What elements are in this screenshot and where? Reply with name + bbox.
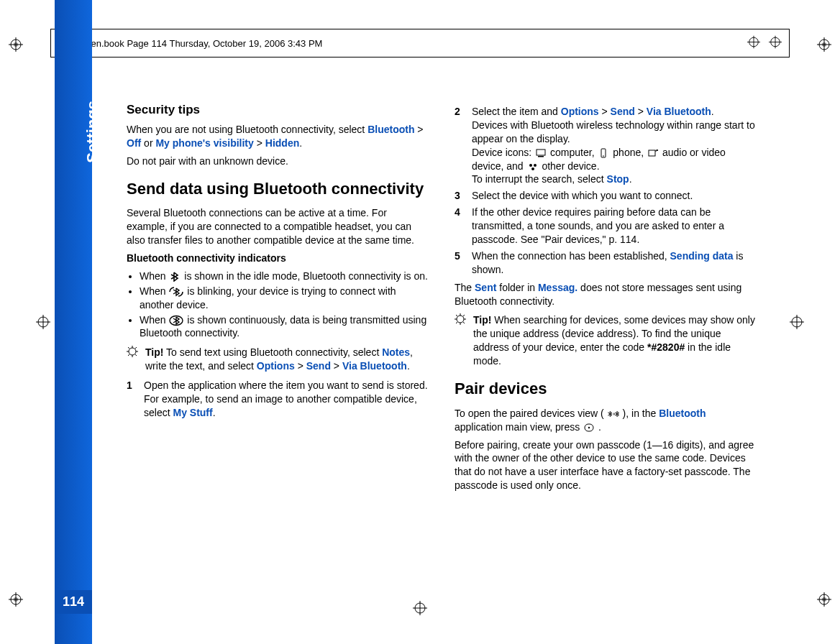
- paragraph: Before pairing, create your own passcode…: [455, 438, 757, 493]
- link-notes: Notes: [382, 346, 410, 358]
- link-options: Options: [257, 360, 295, 372]
- left-column: Security tips When you are not using Blu…: [127, 102, 429, 497]
- link-via-bluetooth: Via Bluetooth: [342, 360, 407, 372]
- page-content: Security tips When you are not using Blu…: [127, 102, 774, 497]
- link-via-bluetooth: Via Bluetooth: [647, 106, 711, 117]
- text: >: [635, 106, 647, 117]
- svg-rect-45: [649, 150, 655, 156]
- svg-line-39: [128, 354, 129, 356]
- tip-lead: Tip!: [145, 346, 163, 358]
- heading-pair-devices: Pair devices: [455, 378, 757, 400]
- registration-mark-icon: [9, 37, 23, 52]
- section-tab-label: Settings: [83, 101, 102, 163]
- link-sent: Sent: [475, 282, 496, 293]
- link-bluetooth: Bluetooth: [368, 124, 414, 135]
- text: phone,: [613, 147, 647, 158]
- step-number: 5: [455, 249, 465, 277]
- tip-block: Tip! When searching for devices, some de…: [455, 313, 757, 368]
- scroll-key-icon: [583, 423, 595, 433]
- svg-point-60: [588, 427, 590, 428]
- text: >: [599, 106, 611, 117]
- svg-line-56: [463, 322, 465, 323]
- code-text: *#2820#: [647, 341, 685, 353]
- text: Devices with Bluetooth wireless technolo…: [472, 119, 755, 144]
- text: folder in: [496, 282, 538, 293]
- svg-line-58: [463, 315, 465, 316]
- link-bluetooth: Bluetooth: [659, 408, 706, 419]
- step-text: If the other device requires pairing bef…: [472, 206, 757, 247]
- header-mark-icon: [747, 36, 760, 51]
- text: .: [213, 407, 216, 418]
- text: is shown in the idle mode, Bluetooth con…: [184, 270, 428, 282]
- bluetooth-icon: [168, 272, 181, 282]
- step-1: 1 Open the application where the item yo…: [127, 379, 429, 420]
- step-text: Select the device with which you want to…: [472, 189, 757, 203]
- text: computer,: [550, 147, 597, 158]
- svg-point-49: [531, 167, 534, 170]
- text: Device icons:: [472, 147, 534, 158]
- tip-lead: Tip!: [473, 314, 491, 326]
- section-tab: Settings 114: [55, 0, 92, 644]
- text: >: [254, 137, 265, 149]
- page-header-text: R1114_en.book Page 114 Thursday, October…: [58, 38, 322, 49]
- svg-line-55: [456, 315, 457, 316]
- svg-rect-42: [538, 156, 544, 157]
- page-header-box: R1114_en.book Page 114 Thursday, October…: [50, 29, 790, 58]
- registration-mark-icon: [9, 592, 23, 607]
- step-text: Open the application where the item you …: [144, 379, 429, 420]
- text: >: [331, 360, 342, 372]
- list-item: When is blinking, your device is trying …: [140, 285, 429, 312]
- heading-send-data: Send data using Bluetooth connectivity: [127, 178, 429, 200]
- svg-line-37: [128, 347, 129, 349]
- link-stop: Stop: [607, 173, 629, 185]
- text: To open the paired devices view (: [455, 408, 604, 419]
- paragraph: The Sent folder in Messag. does not stor…: [455, 281, 757, 308]
- tip-text: Tip! When searching for devices, some de…: [473, 313, 757, 368]
- paragraph: To open the paired devices view ( ), in …: [455, 407, 757, 434]
- step-number: 4: [455, 206, 465, 247]
- text: When: [140, 314, 168, 326]
- text: .: [711, 106, 714, 117]
- computer-icon: [534, 148, 547, 158]
- step-2: 2 Select the item and Options > Send > V…: [455, 105, 757, 186]
- text: Select the item and: [472, 106, 561, 117]
- registration-mark-icon: [817, 592, 831, 607]
- crop-mark-icon: [413, 601, 427, 615]
- tip-icon: [127, 346, 140, 373]
- right-column: 2 Select the item and Options > Send > V…: [455, 102, 757, 497]
- svg-line-38: [135, 354, 137, 356]
- link-off: Off: [127, 137, 141, 149]
- step-text: When the connection has been established…: [472, 249, 757, 277]
- crop-mark-icon: [36, 315, 50, 329]
- paragraph: When you are not using Bluetooth connect…: [127, 123, 429, 150]
- text: >: [414, 124, 423, 135]
- link-options: Options: [561, 106, 599, 117]
- svg-line-40: [135, 347, 137, 349]
- svg-line-57: [456, 322, 457, 323]
- step-number: 3: [455, 189, 465, 203]
- other-device-icon: [526, 162, 539, 172]
- text: or: [141, 137, 155, 149]
- text: .: [407, 360, 410, 372]
- svg-point-46: [657, 150, 658, 151]
- step-number: 1: [127, 379, 137, 420]
- text: To interrupt the search, select: [472, 173, 607, 185]
- bluetooth-transmitting-icon: [168, 315, 184, 326]
- text: .: [598, 421, 601, 433]
- step-5: 5 When the connection has been establish…: [455, 249, 757, 277]
- text: .: [629, 173, 632, 185]
- bluetooth-connecting-icon: [168, 286, 184, 298]
- link-my-stuff: My Stuff: [173, 407, 212, 418]
- step-3: 3 Select the device with which you want …: [455, 189, 757, 203]
- text: .: [299, 137, 302, 149]
- text: application main view, press: [455, 421, 583, 433]
- text: ), in the: [623, 408, 659, 419]
- svg-point-48: [534, 164, 537, 167]
- text: >: [295, 360, 306, 372]
- text: other device.: [542, 160, 599, 172]
- heading-security-tips: Security tips: [127, 102, 429, 119]
- text: When: [140, 270, 168, 282]
- bluetooth-paired-view-icon: [607, 409, 620, 419]
- list-item: When is shown in the idle mode, Bluetoot…: [140, 270, 429, 283]
- bullet-list: When is shown in the idle mode, Bluetoot…: [127, 270, 429, 340]
